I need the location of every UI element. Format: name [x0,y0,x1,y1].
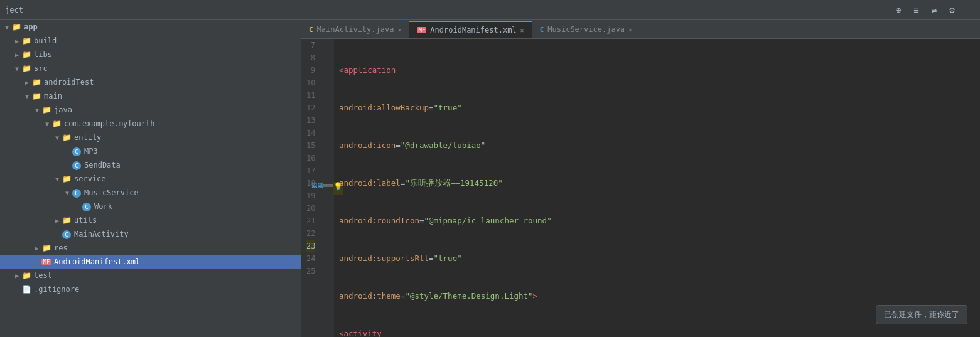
main-area: ▼ 📁 app ▶ 📁 build ▶ 📁 libs ▼ 📁 src ▶ 📁 a… [0,20,980,337]
tree-label: res [54,243,301,252]
arrow-icon: ▶ [13,272,21,279]
xml-tab-icon: MF [417,27,426,33]
code-line-7: <application [339,64,975,77]
tree-label: MainActivity [74,230,301,238]
tree-item-senddata[interactable]: C SendData [0,158,301,172]
tree-item-entity[interactable]: ▼ 📁 entity [0,131,301,144]
tree-item-mainactivity[interactable]: C MainActivity [0,227,301,241]
file-icon: 📄 [21,285,31,294]
settings-icon[interactable]: ⚙ [947,4,957,16]
tree-label: build [34,36,301,45]
class-icon: C [82,202,92,211]
class-icon: C [62,230,72,239]
arrow-icon: ▶ [13,38,21,45]
tree-label: AndroidManifest.xml [54,257,301,266]
java-tab-icon: C [540,26,544,34]
status-popup-text: 已创建文件，距你近了 [884,310,959,319]
tree-label: main [44,92,301,100]
tree-item-musicservice[interactable]: ▼ C MusicService [0,186,301,200]
tree-item-app[interactable]: ▼ 📁 app [0,20,301,34]
arrow-icon: ▶ [23,79,31,86]
tree-item-androidmanifest[interactable]: MF AndroidManifest.xml [0,255,301,269]
code-line-11: android:roundIcon="@mipmap/ic_launcher_r… [339,215,975,227]
folder-icon: 📁 [21,64,31,73]
tree-item-gitignore[interactable]: 📄 .gitignore [0,282,301,296]
folder-blue-icon: 📁 [62,216,72,225]
tab-bar: C MainActivity.java ✕ MF AndroidManifest… [301,20,980,39]
folder-blue-icon: 📁 [51,119,62,128]
arrow-icon: ▶ [53,217,62,224]
file-tree: ▼ 📁 app ▶ 📁 build ▶ 📁 libs ▼ 📁 src ▶ 📁 a… [0,20,301,337]
tree-label: java [54,105,301,114]
code-line-9: android:icon="@drawable/tubiao" [339,139,975,152]
code-line-12: android:supportsRtl="true" [339,252,975,265]
arrow-icon: ▶ [13,51,21,58]
tree-item-com[interactable]: ▼ 📁 com.example.myfourth [0,117,301,131]
tree-item-utils[interactable]: ▶ 📁 utils [0,213,301,227]
class-icon: C [72,188,82,198]
tab-mainactivity[interactable]: C MainActivity.java ✕ [301,21,409,38]
minimize-icon[interactable]: — [965,4,975,16]
tab-label: MusicService.java [547,25,625,34]
code-line-8: android:allowBackup="true" [339,102,975,114]
swap-icon[interactable]: ⇌ [929,4,939,16]
tree-item-main[interactable]: ▼ 📁 main [0,89,301,103]
arrow-icon: ▼ [63,190,72,196]
folder-icon: 📁 [21,271,31,280]
tree-label: SendData [84,161,301,169]
tree-label: MP3 [84,147,301,156]
folder-blue-icon: 📁 [31,92,41,100]
tree-label: libs [34,50,301,59]
folder-icon: 📁 [21,50,31,59]
tab-close-btn[interactable]: ✕ [520,27,524,34]
tab-label: AndroidManifest.xml [430,26,516,35]
tree-label: service [74,174,301,183]
tree-label: test [34,271,301,280]
tree-label: utils [74,216,301,225]
tree-item-build[interactable]: ▶ 📁 build [0,34,301,48]
tree-item-java[interactable]: ▼ 📁 java [0,103,301,117]
arrow-icon: ▼ [3,24,11,31]
tab-close-btn[interactable]: ✕ [397,26,401,33]
tree-label: MusicService [84,188,301,197]
code-line-14: <activity [339,328,975,337]
tree-label: androidTest [44,78,301,87]
xml-icon: MF [41,259,51,265]
align-icon[interactable]: ≡ [911,4,921,16]
gutter: 🖼 🖼 ⊟ ⊟ ⊟ 💡 [320,39,334,337]
tree-item-androidtest[interactable]: ▶ 📁 androidTest [0,75,301,89]
tree-label: entity [74,133,301,142]
tree-item-service[interactable]: ▼ 📁 service [0,172,301,186]
tree-item-work[interactable]: C Work [0,200,301,213]
arrow-icon: ▼ [43,120,51,127]
tab-close-btn[interactable]: ✕ [628,26,632,33]
folder-brown-icon: 📁 [21,36,31,45]
tree-label: .gitignore [34,285,301,294]
tree-label: src [34,64,301,73]
tree-item-test[interactable]: ▶ 📁 test [0,269,301,282]
cross-icon[interactable]: ⊕ [893,4,903,16]
folder-icon: 📁 [11,23,21,31]
tree-item-libs[interactable]: ▶ 📁 libs [0,48,301,62]
code-panel: C MainActivity.java ✕ MF AndroidManifest… [301,20,980,337]
tree-item-mp3[interactable]: C MP3 [0,144,301,158]
project-title: ject [5,6,23,14]
code-lines[interactable]: <application android:allowBackup="true" … [334,39,980,337]
tree-label: com.example.myfourth [64,119,301,128]
folder-blue-icon: 📁 [41,105,51,114]
code-line-10: android:label="乐听播放器——19145120" [339,177,975,190]
class-icon: C [72,147,82,156]
tree-item-res[interactable]: ▶ 📁 res [0,241,301,255]
tab-androidmanifest[interactable]: MF AndroidManifest.xml ✕ [409,21,532,38]
tab-musicservice[interactable]: C MusicService.java ✕ [532,21,640,38]
folder-icon: 📁 [41,243,51,252]
toolbar: ject ⊕ ≡ ⇌ ⚙ — [0,0,980,20]
folder-blue-icon: 📁 [62,133,72,142]
tree-label: app [24,23,301,31]
folder-blue-icon: 📁 [62,174,72,183]
tree-label: Work [94,202,301,211]
arrow-icon: ▶ [33,245,41,252]
arrow-icon: ▼ [53,176,62,183]
tree-item-src[interactable]: ▼ 📁 src [0,62,301,75]
arrow-icon: ▼ [23,93,31,100]
